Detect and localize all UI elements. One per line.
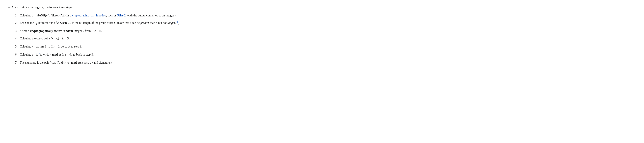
var-G: G — [67, 37, 69, 40]
var-s-7b: s — [68, 61, 70, 64]
step-3-content: Select a cryptographically secure random… — [20, 28, 308, 34]
step-number-5: 5. — [15, 44, 19, 49]
step-4-content: Calculate the curve point (x1, y1) = k ×… — [20, 36, 308, 42]
var-n: n — [114, 21, 116, 24]
equals-sign: = — [34, 14, 36, 17]
step-2-content: Let z be the Ln leftmost bits of e, wher… — [20, 20, 308, 26]
var-n-7: n — [78, 61, 80, 64]
step-1-content: Calculate e = HASH(m). (Here HASH is a c… — [20, 13, 308, 18]
var-s-6: s — [65, 53, 66, 56]
var-y1: y1 — [55, 37, 58, 40]
var-n-5: n — [48, 45, 49, 48]
sha2-link[interactable]: SHA-2 — [117, 14, 126, 17]
mod-operator-5: mod — [40, 45, 47, 48]
list-item: 1. Calculate e = HASH(m). (Here HASH is … — [15, 13, 308, 18]
var-s-7: s — [53, 61, 54, 64]
var-z-2: z — [130, 21, 131, 24]
var-dA: dA — [46, 53, 50, 56]
list-item: 4. Calculate the curve point (x1, y1) = … — [15, 36, 308, 42]
step-number-3: 3. — [15, 28, 19, 34]
bold-text-step3: cryptographically secure random — [30, 29, 73, 32]
var-z: z — [25, 21, 26, 24]
var-x1-step5: x1 — [36, 45, 39, 48]
ref2-link[interactable]: [2] — [176, 21, 178, 24]
step-number-1: 1. — [15, 13, 19, 18]
var-r-7: r — [51, 61, 52, 64]
var-k: k — [83, 29, 84, 32]
math-e-equals: e — [32, 14, 33, 17]
main-content: For Alice to sign a message m, she follo… — [7, 5, 308, 68]
step-7-content: The signature is the pair (r, s). (And (… — [20, 60, 308, 65]
mod-operator-7: mod — [70, 61, 78, 64]
step-number-6: 6. — [15, 52, 19, 57]
var-n-2: n — [156, 21, 158, 24]
var-e-step2: e — [57, 21, 59, 24]
hash-function-name: HASH — [36, 14, 45, 17]
var-Ln-2: Ln — [68, 21, 71, 24]
var-r-5: r — [54, 45, 55, 48]
step-5-content: Calculate r = x1 mod n. If r = 0, go bac… — [20, 44, 308, 50]
var-z-6: z — [41, 53, 42, 56]
word-greater: greater — [140, 21, 149, 24]
step-6-content: Calculate s = k−1(z + rdA) mod n. If s =… — [20, 52, 308, 58]
list-item: 5. Calculate r = x1 mod n. If r = 0, go … — [15, 44, 308, 50]
step-number-4: 4. — [15, 36, 19, 41]
step-number-7: 7. — [15, 60, 19, 65]
var-k-step4: k — [62, 37, 64, 40]
var-k-inv: k−1 — [36, 53, 40, 56]
var-n-3: n — [95, 29, 96, 32]
list-item: 2. Let z be the Ln leftmost bits of e, w… — [15, 20, 308, 26]
var-r: r — [32, 45, 33, 48]
list-item: 3. Select a cryptographically secure ran… — [15, 28, 308, 34]
steps-list: 1. Calculate e = HASH(m). (Here HASH is … — [7, 13, 308, 65]
var-Ln: Ln — [34, 21, 38, 24]
var-x1: x1 — [52, 37, 54, 40]
intro-paragraph: For Alice to sign a message m, she follo… — [7, 5, 308, 10]
var-m-step1: m — [46, 14, 48, 17]
crypto-hash-link[interactable]: cryptographic hash function — [72, 14, 106, 17]
mod-operator-6: mod — [51, 53, 58, 56]
list-item: 7. The signature is the pair (r, s). (An… — [15, 60, 308, 65]
var-r-7b: r — [64, 61, 66, 64]
var-m: m — [41, 6, 43, 9]
var-s: s — [32, 53, 33, 56]
word-longer: longer — [167, 21, 175, 24]
step-number-2: 2. — [15, 20, 19, 26]
list-item: 6. Calculate s = k−1(z + rdA) mod n. If … — [15, 52, 308, 58]
var-n-6: n — [59, 53, 61, 56]
